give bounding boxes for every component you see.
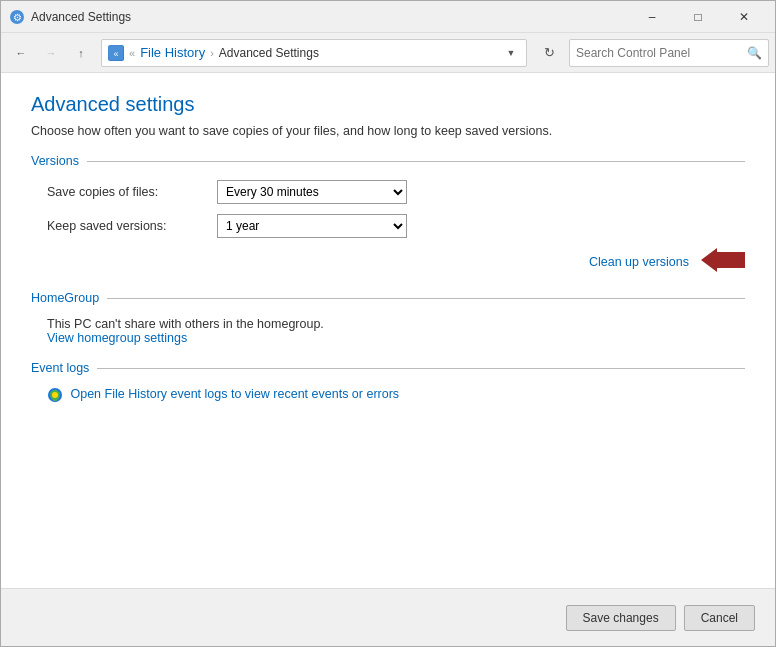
address-double-chevron: « (129, 47, 135, 59)
save-copies-row: Save copies of files: Every 10 minutes E… (31, 180, 745, 204)
cleanup-row: Clean up versions (31, 248, 745, 275)
up-button[interactable]: ↑ (67, 39, 95, 67)
window-title: Advanced Settings (31, 10, 629, 24)
eventlogs-link[interactable]: Open File History event logs to view rec… (70, 387, 399, 401)
keep-versions-select[interactable]: 1 month 3 months 6 months 9 months 1 yea… (217, 214, 407, 238)
svg-point-6 (52, 392, 58, 398)
close-button[interactable]: ✕ (721, 1, 767, 33)
page-description: Choose how often you want to save copies… (31, 124, 745, 138)
address-icon: « (108, 45, 124, 61)
navigation-bar: ← → ↑ « « File History › Advanced Settin… (1, 33, 775, 73)
homegroup-description: This PC can't share with others in the h… (47, 317, 745, 331)
window-icon: ⚙ (9, 9, 25, 25)
eventlogs-divider (97, 368, 745, 369)
forward-button[interactable]: → (37, 39, 65, 67)
search-input[interactable] (576, 46, 747, 60)
keep-versions-label: Keep saved versions: (47, 219, 217, 233)
breadcrumb-advanced-settings: Advanced Settings (219, 46, 498, 60)
search-icon: 🔍 (747, 46, 762, 60)
address-dropdown-button[interactable]: ▼ (502, 40, 520, 66)
versions-divider (87, 161, 745, 162)
homegroup-settings-link[interactable]: View homegroup settings (47, 331, 187, 345)
save-copies-select[interactable]: Every 10 minutes Every 15 minutes Every … (217, 180, 407, 204)
bottom-bar: Save changes Cancel (1, 588, 775, 646)
homegroup-divider (107, 298, 745, 299)
eventlogs-content: Open File History event logs to view rec… (31, 387, 745, 403)
versions-label: Versions (31, 154, 87, 168)
breadcrumb-separator-1: › (210, 47, 214, 59)
cleanup-link[interactable]: Clean up versions (589, 255, 689, 269)
minimize-button[interactable]: – (629, 1, 675, 33)
svg-marker-4 (701, 248, 745, 272)
keep-versions-row: Keep saved versions: 1 month 3 months 6 … (31, 214, 745, 238)
address-bar: « « File History › Advanced Settings ▼ (101, 39, 527, 67)
svg-text:⚙: ⚙ (13, 12, 22, 23)
svg-text:«: « (113, 49, 118, 59)
homegroup-content: This PC can't share with others in the h… (31, 317, 745, 345)
save-copies-label: Save copies of files: (47, 185, 217, 199)
maximize-button[interactable]: □ (675, 1, 721, 33)
eventlogs-section-header: Event logs (31, 361, 745, 375)
main-content: Advanced settings Choose how often you w… (1, 73, 775, 588)
cancel-button[interactable]: Cancel (684, 605, 755, 631)
red-arrow-annotation (697, 248, 745, 275)
title-bar: ⚙ Advanced Settings – □ ✕ (1, 1, 775, 33)
eventlogs-label: Event logs (31, 361, 97, 375)
versions-section-header: Versions (31, 154, 745, 168)
back-button[interactable]: ← (7, 39, 35, 67)
search-bar[interactable]: 🔍 (569, 39, 769, 67)
window-controls: – □ ✕ (629, 1, 767, 33)
refresh-button[interactable]: ↻ (535, 39, 563, 67)
save-changes-button[interactable]: Save changes (566, 605, 676, 631)
shield-icon (47, 387, 63, 403)
homegroup-label: HomeGroup (31, 291, 107, 305)
breadcrumb-file-history[interactable]: File History (140, 45, 205, 60)
homegroup-section-header: HomeGroup (31, 291, 745, 305)
page-title: Advanced settings (31, 93, 745, 116)
